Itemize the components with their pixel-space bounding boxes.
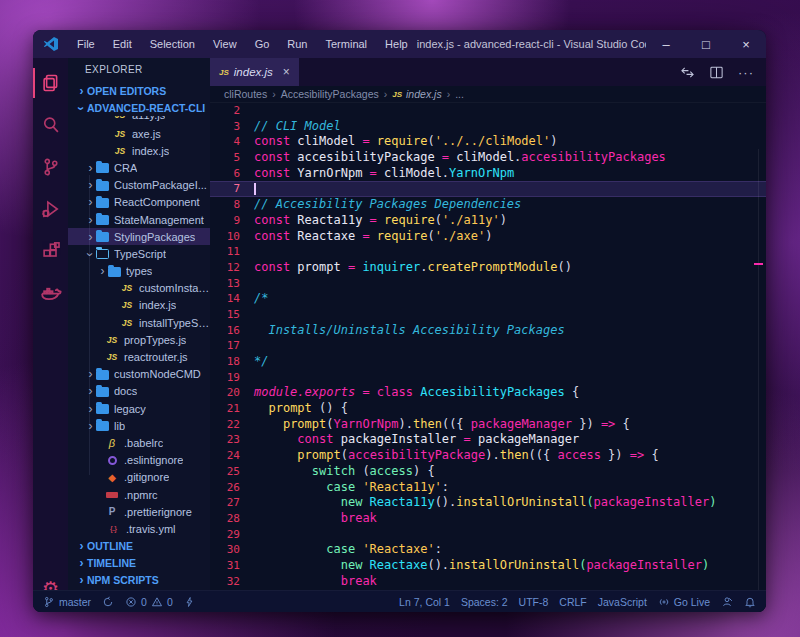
- workspace-root-section[interactable]: › ADVANCED-REACT-CLI: [68, 99, 210, 116]
- js-icon: JS: [105, 335, 119, 345]
- source-control-icon[interactable]: [33, 146, 68, 188]
- notifications-button[interactable]: [744, 596, 756, 608]
- language-label: JavaScript: [598, 596, 647, 608]
- encoding-indicator[interactable]: UTF-8: [519, 596, 549, 608]
- code-line-17[interactable]: 17: [210, 338, 766, 354]
- code-line-25[interactable]: 25 switch (access) {: [210, 464, 766, 480]
- code-line-21[interactable]: 21 prompt () {: [210, 401, 766, 417]
- code-line-6[interactable]: 6const YarnOrNpm = cliModel.YarnOrNpm: [210, 166, 766, 182]
- explorer-icon[interactable]: [33, 62, 68, 104]
- code-line-12[interactable]: 12const prompt = inquirer.createPromptMo…: [210, 260, 766, 276]
- tree-item-a11y-js[interactable]: JSa11y.js: [68, 116, 210, 125]
- minimize-button[interactable]: –: [646, 30, 686, 58]
- code-line-2[interactable]: 2: [210, 103, 766, 119]
- eol-indicator[interactable]: CRLF: [559, 596, 586, 608]
- menu-edit[interactable]: Edit: [104, 30, 141, 58]
- code-line-9[interactable]: 9const Reacta11y = require('./a11y'): [210, 213, 766, 229]
- code-line-26[interactable]: 26 case 'Reacta11y':: [210, 480, 766, 496]
- ruler-cursor-mark: [754, 263, 763, 265]
- docker-icon[interactable]: [33, 272, 68, 314]
- code-line-13[interactable]: 13: [210, 276, 766, 292]
- code-line-8[interactable]: 8// Accesibility Packages Dependencies: [210, 197, 766, 213]
- menu-help[interactable]: Help: [376, 30, 417, 58]
- overview-ruler[interactable]: [758, 149, 759, 612]
- code-line-15[interactable]: 15: [210, 307, 766, 323]
- run-and-debug-icon[interactable]: [33, 188, 68, 230]
- code-line-16[interactable]: 16 Installs/Uninstalls Accesibility Pack…: [210, 323, 766, 339]
- code-line-7[interactable]: 7: [210, 181, 766, 197]
- code-line-5[interactable]: 5const accesibilityPackage = cliModel.ac…: [210, 150, 766, 166]
- problems-indicator[interactable]: 0 0: [125, 596, 173, 608]
- language-mode-indicator[interactable]: JavaScript: [598, 596, 647, 608]
- split-editor-icon[interactable]: [709, 65, 724, 80]
- code-line-3[interactable]: 3// CLI Model: [210, 119, 766, 135]
- breadcrumb-item[interactable]: cliRoutes: [224, 88, 267, 100]
- tree-item--travis-yml[interactable]: {..}.travis.yml: [68, 520, 210, 537]
- folder-icon: [96, 232, 109, 242]
- menu-go[interactable]: Go: [246, 30, 279, 58]
- warning-icon: [151, 596, 163, 608]
- file-label: TypeScript: [114, 248, 166, 260]
- menu-view[interactable]: View: [204, 30, 246, 58]
- feedback-button[interactable]: [721, 596, 733, 608]
- open-editors-section[interactable]: › OPEN EDITORS: [68, 82, 210, 99]
- code-line-23[interactable]: 23 const packageInstaller = packageManag…: [210, 432, 766, 448]
- prettier-icon: P: [105, 506, 119, 517]
- menu-bar: FileEditSelectionViewGoRunTerminalHelp: [68, 30, 417, 58]
- tree-item--prettierignore[interactable]: P.prettierignore: [68, 503, 210, 520]
- code-line-20[interactable]: 20module.exports = class AccesibilityPac…: [210, 385, 766, 401]
- outline-section[interactable]: › OUTLINE: [68, 538, 210, 555]
- code-line-4[interactable]: 4const cliModel = require('../../cliMode…: [210, 134, 766, 150]
- code-line-24[interactable]: 24 prompt(accesibilityPackage).then(({ a…: [210, 448, 766, 464]
- tree-item-index-js[interactable]: JSindex.js: [68, 142, 210, 159]
- chevron-right-icon: ›: [76, 539, 87, 553]
- code-line-32[interactable]: 32 break: [210, 574, 766, 590]
- sync-button[interactable]: [102, 596, 114, 608]
- tree-item--npmrc[interactable]: .npmrc: [68, 486, 210, 503]
- line-text: */: [240, 354, 268, 370]
- maximize-button[interactable]: □: [686, 30, 726, 58]
- more-actions-icon[interactable]: ···: [738, 65, 754, 80]
- extensions-icon[interactable]: [33, 230, 68, 272]
- code-line-29[interactable]: 29: [210, 527, 766, 543]
- code-line-31[interactable]: 31 new Reactaxe().installOrUninstall(pac…: [210, 558, 766, 574]
- line-number: 11: [210, 244, 240, 260]
- tree-item-axe-js[interactable]: JSaxe.js: [68, 125, 210, 142]
- breadcrumb-item[interactable]: index.js: [406, 88, 442, 100]
- timeline-section[interactable]: › TIMELINE: [68, 555, 210, 572]
- code-line-22[interactable]: 22 prompt(YarnOrNpm).then(({ packageMana…: [210, 417, 766, 433]
- code-line-27[interactable]: 27 new Reacta11y().installOrUninstall(pa…: [210, 495, 766, 511]
- code-line-19[interactable]: 19: [210, 370, 766, 386]
- search-icon[interactable]: [33, 104, 68, 146]
- compare-changes-icon[interactable]: [680, 65, 695, 80]
- close-button[interactable]: ×: [726, 30, 766, 58]
- code-line-30[interactable]: 30 case 'Reactaxe':: [210, 542, 766, 558]
- menu-terminal[interactable]: Terminal: [317, 30, 377, 58]
- npm-scripts-section[interactable]: › NPM SCRIPTS: [68, 572, 210, 589]
- lightning-button[interactable]: [184, 596, 195, 608]
- menu-run[interactable]: Run: [278, 30, 316, 58]
- indentation-indicator[interactable]: Spaces: 2: [461, 596, 508, 608]
- code-line-14[interactable]: 14/*: [210, 291, 766, 307]
- line-number: 6: [210, 166, 240, 182]
- eslint-icon: [108, 456, 117, 465]
- code-line-10[interactable]: 10const Reactaxe = require('./axe'): [210, 229, 766, 245]
- menu-selection[interactable]: Selection: [141, 30, 204, 58]
- js-icon: JS: [120, 283, 134, 293]
- tab-close-icon[interactable]: ×: [283, 65, 290, 79]
- tree-item-cra[interactable]: ›CRA: [68, 159, 210, 176]
- tab-index-js[interactable]: JS index.js ×: [210, 58, 299, 86]
- code-line-18[interactable]: 18*/: [210, 354, 766, 370]
- breadcrumb-item[interactable]: AccesibilityPackages: [281, 88, 379, 100]
- go-live-button[interactable]: Go Live: [658, 596, 710, 608]
- breadcrumb-item[interactable]: ...: [455, 88, 464, 100]
- line-text: new Reacta11y().installOrUninstall(packa…: [240, 495, 716, 511]
- line-text: const accesibilityPackage = cliModel.acc…: [240, 150, 666, 166]
- cursor-position-indicator[interactable]: Ln 7, Col 1: [399, 596, 450, 608]
- code-line-28[interactable]: 28 break: [210, 511, 766, 527]
- code-line-11[interactable]: 11: [210, 244, 766, 260]
- code-editor[interactable]: 23// CLI Model4const cliModel = require(…: [210, 103, 766, 612]
- folder-icon: [96, 215, 109, 225]
- menu-file[interactable]: File: [68, 30, 104, 58]
- git-branch-indicator[interactable]: master: [43, 596, 91, 608]
